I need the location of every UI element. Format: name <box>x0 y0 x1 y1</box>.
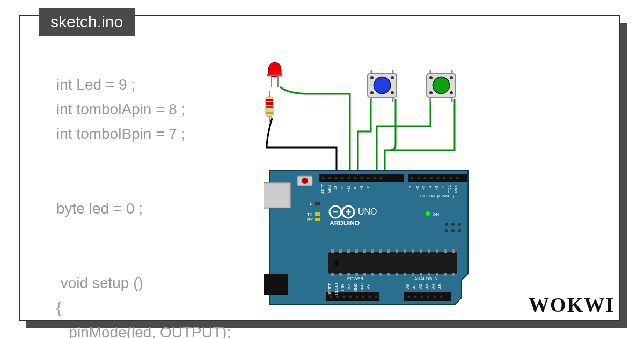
svg-text:7: 7 <box>409 186 413 188</box>
svg-point-130 <box>356 296 358 298</box>
svg-text:A0: A0 <box>406 284 409 289</box>
svg-rect-36 <box>264 274 288 295</box>
svg-rect-2 <box>267 74 282 76</box>
svg-text:A3: A3 <box>425 284 429 289</box>
svg-point-133 <box>375 296 378 298</box>
svg-point-50 <box>380 177 383 180</box>
svg-rect-94 <box>355 249 358 253</box>
svg-point-28 <box>429 76 433 79</box>
tx-led-label: TX <box>307 212 313 217</box>
svg-point-42 <box>328 177 331 180</box>
board-brand-label: ARDUINO <box>330 219 360 227</box>
svg-rect-113 <box>379 273 382 276</box>
svg-point-54 <box>430 177 433 180</box>
svg-rect-105 <box>444 249 447 253</box>
svg-point-138 <box>434 296 436 298</box>
svg-point-132 <box>369 296 371 298</box>
svg-point-38 <box>302 178 308 184</box>
svg-rect-102 <box>420 249 422 253</box>
svg-text:5V: 5V <box>347 284 351 289</box>
svg-text:~6: ~6 <box>415 186 419 190</box>
svg-rect-10 <box>266 112 273 114</box>
svg-rect-90 <box>328 252 457 274</box>
svg-rect-8 <box>266 102 273 105</box>
svg-point-31 <box>450 91 453 94</box>
svg-rect-75 <box>315 202 320 205</box>
svg-rect-111 <box>363 273 366 276</box>
svg-point-18 <box>391 76 394 79</box>
svg-point-17 <box>370 76 374 79</box>
svg-point-53 <box>424 177 427 180</box>
resistor[interactable] <box>261 91 277 126</box>
svg-rect-115 <box>396 273 398 276</box>
svg-text:~10: ~10 <box>353 186 357 192</box>
arduino-uno-board[interactable]: AREF GND 13 12 ~11 ~10 ~9 8 7 ~6 ~5 4 ~3… <box>264 166 473 308</box>
svg-rect-114 <box>387 273 390 276</box>
svg-text:GND: GND <box>354 283 357 292</box>
svg-text:8: 8 <box>366 186 370 188</box>
svg-text:A5: A5 <box>438 284 442 289</box>
circuit-diagram: AREF GND 13 12 ~11 ~10 ~9 8 7 ~6 ~5 4 ~3… <box>240 62 551 287</box>
pushbutton-blue[interactable] <box>363 67 401 107</box>
file-tab-label: sketch.ino <box>50 13 123 31</box>
svg-text:RESET: RESET <box>334 282 338 295</box>
svg-text:A2: A2 <box>419 284 422 289</box>
svg-rect-35 <box>264 184 289 207</box>
svg-rect-9 <box>266 106 273 108</box>
svg-rect-92 <box>339 249 342 253</box>
svg-point-41 <box>322 177 325 180</box>
wokwi-logo: WOKWI <box>529 293 614 317</box>
svg-point-20 <box>391 91 394 94</box>
svg-point-22 <box>375 78 390 93</box>
svg-point-126 <box>330 296 333 298</box>
svg-point-128 <box>343 296 346 298</box>
file-tab[interactable]: sketch.ino <box>39 8 135 36</box>
svg-point-58 <box>456 177 459 180</box>
svg-point-129 <box>349 296 352 298</box>
svg-point-137 <box>427 296 430 298</box>
rx-led-label: RX <box>307 217 313 222</box>
preview-card: int Led = 9 ; int tombolApin = 8 ; int t… <box>19 15 620 321</box>
svg-point-43 <box>335 177 338 180</box>
svg-text:~5: ~5 <box>422 186 426 190</box>
svg-rect-7 <box>266 99 273 101</box>
svg-point-46 <box>354 177 357 180</box>
svg-point-45 <box>348 177 350 180</box>
svg-text:~9: ~9 <box>360 186 363 190</box>
svg-text:IOREF: IOREF <box>328 283 332 294</box>
svg-text:TX 1: TX 1 <box>448 185 451 193</box>
svg-text:A4: A4 <box>431 284 435 289</box>
svg-text:Vin: Vin <box>367 284 370 289</box>
svg-point-56 <box>443 177 446 180</box>
l-led-label: L <box>310 201 312 206</box>
svg-rect-96 <box>371 249 374 253</box>
svg-rect-93 <box>347 249 350 253</box>
svg-point-131 <box>362 296 365 298</box>
svg-point-49 <box>374 177 376 180</box>
svg-text:~3: ~3 <box>435 186 438 190</box>
svg-rect-103 <box>428 249 430 253</box>
svg-text:AREF: AREF <box>321 184 325 194</box>
svg-rect-99 <box>396 249 398 253</box>
svg-point-135 <box>414 296 417 298</box>
svg-text:13: 13 <box>334 186 338 190</box>
svg-point-86 <box>458 223 461 226</box>
svg-point-30 <box>429 91 433 94</box>
board-model-label: UNO <box>358 207 377 216</box>
svg-point-84 <box>445 223 448 226</box>
svg-text:GND: GND <box>360 283 364 292</box>
pushbutton-green[interactable] <box>422 67 460 107</box>
svg-point-47 <box>361 177 363 180</box>
svg-text:3.3V: 3.3V <box>341 283 345 291</box>
svg-text:12: 12 <box>340 186 344 190</box>
svg-text:~11: ~11 <box>347 186 350 192</box>
svg-rect-95 <box>363 249 366 253</box>
svg-rect-97 <box>379 249 382 253</box>
svg-text:GND: GND <box>327 185 331 193</box>
power-header-label: POWER <box>347 276 363 281</box>
svg-point-88 <box>451 229 455 232</box>
svg-rect-107 <box>331 273 334 276</box>
svg-point-89 <box>458 229 461 232</box>
svg-rect-108 <box>339 273 342 276</box>
svg-text:2: 2 <box>441 186 445 188</box>
